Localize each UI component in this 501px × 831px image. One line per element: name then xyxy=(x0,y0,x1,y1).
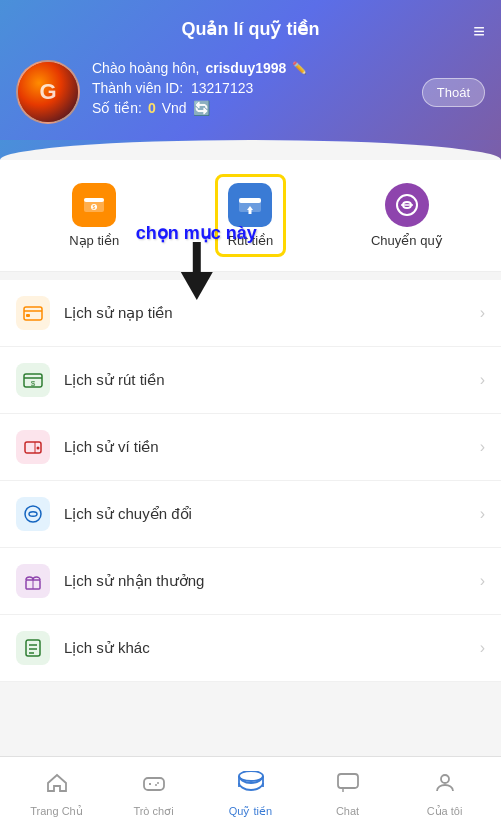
chat-icon xyxy=(336,771,360,801)
list-item[interactable]: Lịch sử nhận thưởng › xyxy=(0,548,501,615)
nav-tro-choi-label: Trò chơi xyxy=(133,805,173,818)
lich-khac-label: Lịch sử khác xyxy=(64,639,466,657)
lich-cd-icon xyxy=(16,497,50,531)
balance-row: Số tiền: 0 Vnd 🔄 xyxy=(92,100,410,116)
logout-button[interactable]: Thoát xyxy=(422,78,485,107)
chevron-right-icon: › xyxy=(480,304,485,322)
chevron-right-icon: › xyxy=(480,438,485,456)
lich-rut-label: Lịch sử rút tiền xyxy=(64,371,466,389)
nap-tien-label: Nạp tiền xyxy=(69,233,119,248)
chevron-right-icon: › xyxy=(480,639,485,657)
menu-list: Lịch sử nạp tiền › $ Lịch sử rút tiền › … xyxy=(0,280,501,682)
svg-point-32 xyxy=(441,775,449,783)
svg-rect-31 xyxy=(338,774,358,788)
svg-point-26 xyxy=(157,782,159,784)
action-buttons-row: $ Nạp tiền Rút tiền xyxy=(0,160,501,272)
header: Quản lí quỹ tiền ≡ G Chào hoàng hôn, cri… xyxy=(0,0,501,140)
chuyen-quy-button[interactable]: Chuyển quỹ xyxy=(329,183,485,248)
lich-vi-label: Lịch sử ví tiền xyxy=(64,438,466,456)
svg-point-16 xyxy=(25,506,41,522)
user-greeting: Chào hoàng hôn, crisduy1998 ✏️ xyxy=(92,60,410,76)
svg-point-28 xyxy=(239,771,263,781)
lich-thuong-label: Lịch sử nhận thưởng xyxy=(64,572,466,590)
lich-nap-label: Lịch sử nạp tiền xyxy=(64,304,466,322)
svg-rect-1 xyxy=(84,198,104,202)
nav-item-tro-choi[interactable]: Trò chơi xyxy=(105,763,202,826)
chevron-right-icon: › xyxy=(480,505,485,523)
refresh-icon[interactable]: 🔄 xyxy=(193,100,210,116)
nap-tien-icon: $ xyxy=(72,183,116,227)
wave-decoration xyxy=(0,140,501,160)
lich-vi-icon xyxy=(16,430,50,464)
svg-point-15 xyxy=(37,447,40,450)
quy-tien-icon xyxy=(237,771,265,801)
svg-rect-5 xyxy=(239,198,261,203)
svg-rect-23 xyxy=(144,778,164,790)
nav-chat-label: Chat xyxy=(336,805,359,817)
svg-rect-8 xyxy=(24,307,42,320)
chevron-right-icon: › xyxy=(480,371,485,389)
user-info-section: G Chào hoàng hôn, crisduy1998 ✏️ Thành v… xyxy=(16,52,485,140)
rut-tien-icon xyxy=(228,183,272,227)
svg-text:$: $ xyxy=(31,379,36,388)
nav-cua-toi-label: Của tôi xyxy=(427,805,463,818)
nav-trang-chu-label: Trang Chủ xyxy=(30,805,82,818)
list-item[interactable]: Lịch sử chuyển đổi › xyxy=(0,481,501,548)
list-item[interactable]: $ Lịch sử rút tiền › xyxy=(0,347,501,414)
profile-icon xyxy=(433,771,457,801)
svg-text:$: $ xyxy=(93,204,96,210)
chuyen-quy-icon xyxy=(385,183,429,227)
bottom-nav: Trang Chủ Trò chơi Quỹ tiền Chat Của tôi xyxy=(0,756,501,831)
annotation-container: chọn mục này xyxy=(136,222,257,300)
nav-item-trang-chu[interactable]: Trang Chủ xyxy=(8,763,105,826)
page-title: Quản lí quỹ tiền xyxy=(182,18,320,40)
header-title-row: Quản lí quỹ tiền ≡ xyxy=(16,10,485,52)
lich-cd-label: Lịch sử chuyển đổi xyxy=(64,505,466,523)
nav-item-chat[interactable]: Chat xyxy=(299,763,396,825)
arrow-down xyxy=(180,272,212,300)
lich-rut-icon: $ xyxy=(16,363,50,397)
nav-item-quy-tien[interactable]: Quỹ tiền xyxy=(202,763,299,826)
nav-quy-tien-label: Quỹ tiền xyxy=(229,805,272,818)
balance-amount: 0 xyxy=(148,100,156,116)
list-item[interactable]: Lịch sử khác › xyxy=(0,615,501,682)
game-icon xyxy=(142,771,166,801)
menu-icon[interactable]: ≡ xyxy=(473,20,485,43)
lich-thuong-icon xyxy=(16,564,50,598)
lich-nap-icon xyxy=(16,296,50,330)
arrow-shaft xyxy=(192,242,200,274)
user-id-row: Thành viên ID: 13217123 xyxy=(92,80,410,96)
svg-rect-10 xyxy=(26,314,30,317)
svg-point-27 xyxy=(155,784,157,786)
annotation-text: chọn mục này xyxy=(136,222,257,244)
chuyen-quy-label: Chuyển quỹ xyxy=(371,233,443,248)
chevron-right-icon: › xyxy=(480,572,485,590)
home-icon xyxy=(45,771,69,801)
nav-item-cua-toi[interactable]: Của tôi xyxy=(396,763,493,826)
avatar: G xyxy=(16,60,80,124)
user-details: Chào hoàng hôn, crisduy1998 ✏️ Thành viê… xyxy=(92,60,410,116)
edit-icon[interactable]: ✏️ xyxy=(292,61,307,75)
list-item[interactable]: Lịch sử ví tiền › xyxy=(0,414,501,481)
lich-khac-icon xyxy=(16,631,50,665)
